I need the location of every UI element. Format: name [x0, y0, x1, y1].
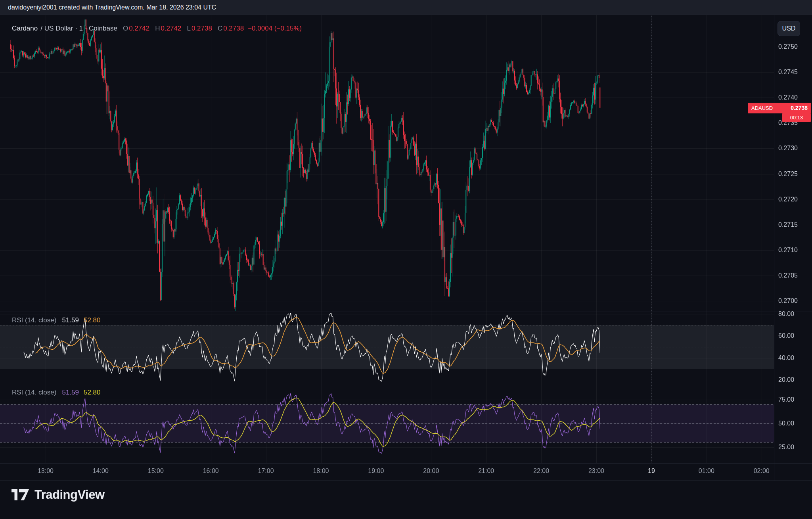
- time-tick-label: 15:00: [142, 467, 170, 475]
- rsi-tick-label: 20.00: [778, 376, 794, 383]
- price-tick-label: 0.2750: [778, 43, 798, 50]
- price-tick-label: 0.2725: [778, 170, 798, 178]
- low-value: 0.2738: [192, 25, 212, 33]
- rsi-tick-label: 40.00: [778, 354, 794, 362]
- time-tick-label: 18:00: [307, 467, 335, 475]
- bar-countdown: 00:13: [782, 113, 811, 122]
- high-label: H: [155, 25, 160, 33]
- low-label: L: [187, 25, 190, 33]
- symbol-details: / US Dollar · 1 · Coinbase: [40, 25, 117, 33]
- time-tick-label: 20:00: [417, 467, 445, 475]
- time-tick-label: 16:00: [197, 467, 225, 475]
- rsi2-value: 51.59: [62, 389, 79, 396]
- open-label: O: [123, 25, 128, 33]
- rsi-tick-label: 50.00: [778, 420, 794, 427]
- time-tick-label: 23:00: [582, 467, 610, 475]
- price-tick-label: 0.2740: [778, 94, 798, 101]
- close-label: C: [218, 25, 222, 33]
- change-value: −0.0004 (−0.15%): [248, 25, 302, 33]
- time-tick-label: 02:00: [748, 467, 776, 475]
- time-tick-label: 01:00: [693, 467, 720, 475]
- price-tick-label: 0.2710: [778, 247, 798, 254]
- price-label-value: 0.2738: [791, 105, 808, 111]
- rsi-tick-label: 75.00: [778, 396, 794, 403]
- rsi2-ma-value: 52.80: [84, 389, 101, 396]
- price-tick-label: 0.2700: [778, 297, 798, 305]
- rsi2-title[interactable]: RSI (14, close): [12, 389, 56, 396]
- rsi1-value: 51.59: [62, 316, 79, 324]
- time-tick-label: 19: [638, 467, 665, 475]
- rsi-tick-label: 80.00: [778, 310, 794, 318]
- symbol-name[interactable]: Cardano: [12, 25, 38, 33]
- chart-canvas[interactable]: [0, 0, 812, 519]
- tradingview-logo[interactable]: TradingView: [11, 488, 105, 502]
- rsi2-legend: RSI (14, close) 51.59 52.80: [12, 389, 101, 396]
- time-tick-label: 19:00: [362, 467, 390, 475]
- tradingview-wordmark: TradingView: [34, 488, 105, 502]
- time-tick-label: 14:00: [87, 467, 115, 475]
- rsi1-ma-value: 52.80: [84, 316, 101, 324]
- price-tick-label: 0.2720: [778, 196, 798, 203]
- price-tick-label: 0.2715: [778, 221, 798, 228]
- close-value: 0.2738: [223, 25, 244, 33]
- rsi-tick-label: 25.00: [778, 444, 794, 451]
- rsi1-legend: RSI (14, close) 51.59 52.80: [12, 316, 101, 324]
- currency-toggle-button[interactable]: USD: [778, 21, 800, 36]
- price-tick-label: 0.2730: [778, 145, 798, 152]
- time-tick-label: 17:00: [252, 467, 280, 475]
- tradingview-icon: [11, 489, 29, 501]
- rsi-tick-label: 60.00: [778, 332, 794, 339]
- time-tick-label: 13:00: [32, 467, 59, 475]
- time-scale[interactable]: 13:0014:0015:0016:0017:0018:0019:0020:00…: [0, 463, 774, 481]
- high-value: 0.2742: [161, 25, 181, 33]
- open-value: 0.2742: [129, 25, 149, 33]
- time-tick-label: 21:00: [472, 467, 500, 475]
- time-tick-label: 22:00: [527, 467, 555, 475]
- price-label-symbol: ADAUSD: [751, 105, 773, 111]
- last-price-label: ADAUSD 0.2738: [748, 103, 811, 113]
- symbol-legend: Cardano / US Dollar · 1 · Coinbase O 0.2…: [12, 25, 302, 33]
- price-scale[interactable]: 0.27500.27450.27400.27350.27300.27250.27…: [774, 15, 812, 481]
- rsi1-title[interactable]: RSI (14, close): [12, 316, 56, 324]
- price-tick-label: 0.2705: [778, 272, 798, 279]
- price-tick-label: 0.2745: [778, 69, 798, 76]
